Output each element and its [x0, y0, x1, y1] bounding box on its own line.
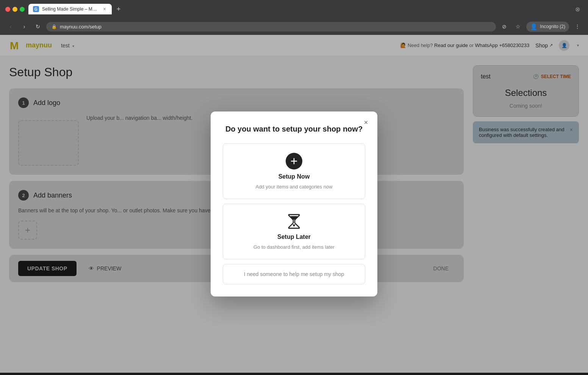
incognito-icon: 👤 — [530, 23, 538, 30]
tab-close-button[interactable]: × — [102, 6, 107, 12]
setup-later-description: Go to dashboard first, add items later — [253, 244, 335, 250]
setup-now-description: Add your items and categories now — [255, 184, 332, 190]
back-button[interactable]: ‹ — [5, 21, 16, 32]
nav-actions: ⊘ ☆ 👤 Incognito (2) ⋮ — [499, 21, 583, 32]
incognito-badge: 👤 Incognito (2) — [526, 22, 569, 32]
maximize-window-button[interactable] — [20, 7, 25, 12]
close-tab-icon: ⊗ — [572, 4, 583, 14]
setup-now-option[interactable]: Setup Now Add your items and categories … — [223, 143, 365, 199]
browser-nav: ‹ › ↻ 🔒 maynuu.com/setup ⊘ ☆ 👤 Incognito… — [0, 18, 588, 35]
traffic-lights — [5, 7, 25, 12]
cast-icon: ⊘ — [499, 21, 510, 32]
active-tab[interactable]: G Selling Made Simple – Maynuu × — [28, 4, 112, 14]
menu-button[interactable]: ⋮ — [572, 21, 583, 32]
modal-overlay: × Do you want to setup your shop now? Se… — [0, 35, 588, 373]
lock-icon: 🔒 — [52, 24, 57, 29]
tab-title: Selling Made Simple – Maynuu — [42, 6, 99, 12]
setup-modal: × Do you want to setup your shop now? Se… — [211, 111, 377, 297]
incognito-label: Incognito (2) — [540, 24, 565, 29]
close-window-button[interactable] — [5, 7, 10, 12]
hourglass-icon — [286, 213, 302, 230]
browser-chrome: G Selling Made Simple – Maynuu × + ⊗ ‹ ›… — [0, 0, 588, 35]
url-text: maynuu.com/setup — [60, 24, 491, 30]
page-wrapper: M maynuu test ▾ 🙋 Need help? Read our gu… — [0, 35, 588, 373]
browser-titlebar: G Selling Made Simple – Maynuu × + ⊗ — [0, 0, 588, 18]
tab-favicon: G — [33, 6, 39, 12]
new-tab-button[interactable]: + — [113, 4, 124, 14]
forward-button[interactable]: › — [19, 21, 30, 32]
setup-now-title: Setup Now — [278, 173, 310, 180]
help-setup-link[interactable]: I need someone to help me setup my shop — [223, 264, 365, 284]
reload-button[interactable]: ↻ — [33, 21, 43, 32]
setup-now-icon — [286, 153, 302, 169]
address-bar[interactable]: 🔒 maynuu.com/setup — [46, 22, 496, 31]
tab-bar: G Selling Made Simple – Maynuu × + — [28, 4, 568, 14]
setup-later-option[interactable]: Setup Later Go to dashboard first, add i… — [223, 204, 365, 259]
setup-later-title: Setup Later — [277, 234, 311, 240]
modal-close-button[interactable]: × — [361, 118, 371, 128]
bookmark-icon[interactable]: ☆ — [513, 21, 523, 32]
minimize-window-button[interactable] — [13, 7, 17, 12]
modal-title: Do you want to setup your shop now? — [223, 124, 365, 134]
